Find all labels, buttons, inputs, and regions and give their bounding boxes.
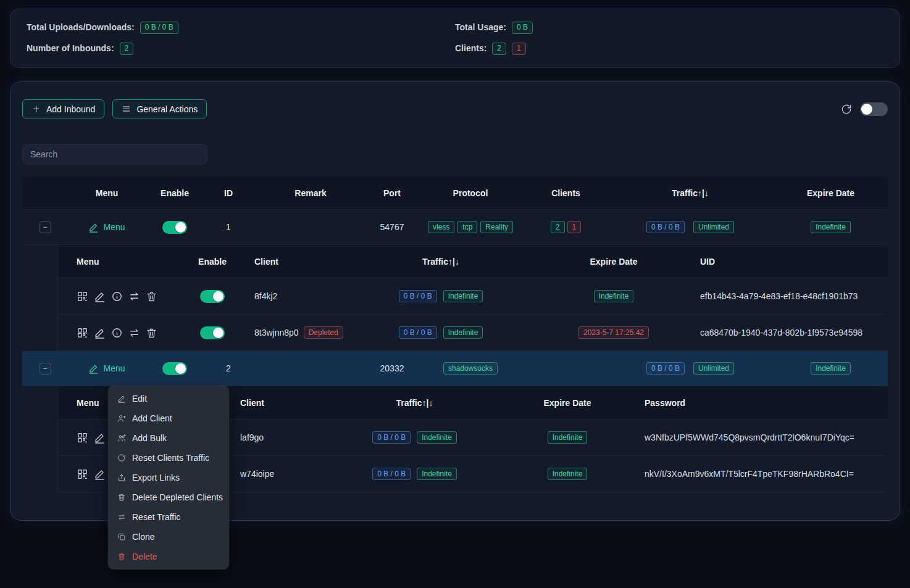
edit-pencil-icon xyxy=(88,363,99,374)
expire-badge: Indefinite xyxy=(811,362,851,375)
header-expire-date: Expire Date xyxy=(490,398,645,408)
stat-number-of-inbounds: Number of Inbounds: 2 xyxy=(27,42,455,55)
delete-trash-icon[interactable] xyxy=(146,327,157,339)
edit-pencil-icon[interactable] xyxy=(94,327,106,339)
client-traffic: 0 B / 0 B Indefinite xyxy=(339,468,490,480)
menu-item-edit[interactable]: Edit xyxy=(108,389,229,408)
qr-code-icon[interactable] xyxy=(77,468,88,480)
inbound-1-port: 54767 xyxy=(368,222,416,232)
expire-badge: Indefinite xyxy=(548,468,588,480)
edit-pencil-icon[interactable] xyxy=(94,432,106,444)
client-row-8t3wjnn8p0: 8t3wjnn8p0 Depleted 0 B / 0 B Indefinite… xyxy=(58,315,888,351)
edit-pencil-icon xyxy=(88,222,99,233)
client-expire: Indefinite xyxy=(490,431,645,444)
header-traffic[interactable]: Traffic↑|↓ xyxy=(339,398,490,408)
menu-item-label: Add Client xyxy=(132,413,172,423)
add-inbound-button[interactable]: Add Inbound xyxy=(22,99,104,118)
collapse-inbound-2-button[interactable]: − xyxy=(40,363,51,375)
inbounds-table-header: Menu Enable ID Remark Port Protocol Clie… xyxy=(22,176,888,210)
menu-item-label: Reset Clients Traffic xyxy=(132,453,209,463)
client-name: w74ioipe xyxy=(228,469,339,479)
traffic-badge: 0 B / 0 B xyxy=(399,326,437,339)
toolbar-right xyxy=(841,102,888,116)
client-name: 8f4kj2 xyxy=(243,291,354,301)
stats-left-column: Total Uploads/Downloads: 0 B / 0 B Numbe… xyxy=(27,21,455,55)
expire-badge-expired: 2023-5-7 17:25:42 xyxy=(578,326,649,339)
header-enable: Enable xyxy=(182,257,243,267)
number-of-inbounds-badge: 2 xyxy=(120,43,134,55)
client-traffic: 0 B / 0 B Indefinite xyxy=(354,290,527,302)
client-uid: ca68470b-1940-437d-802b-1f9573e94598 xyxy=(700,328,888,337)
client-traffic: 0 B / 0 B Indefinite xyxy=(354,326,527,339)
inbound-2-enable-toggle[interactable] xyxy=(162,362,187,375)
edit-pencil-icon[interactable] xyxy=(94,291,106,302)
header-enable: Enable xyxy=(146,188,204,198)
header-clients: Clients xyxy=(525,188,607,198)
inbound-1-traffic: 0 B / 0 B Unlimited xyxy=(607,221,774,233)
qr-code-icon[interactable] xyxy=(77,432,88,444)
copy-icon xyxy=(117,532,126,541)
header-traffic[interactable]: Traffic↑|↓ xyxy=(354,257,527,267)
menu-item-label: Delete xyxy=(132,552,157,561)
client-expire: Indefinite xyxy=(527,290,700,302)
client-password: w3NfbzUPf5WWd745Q8pvsmQrdrttT2lO6knuI7Di… xyxy=(645,433,888,442)
inbound-1-expire: Indefinite xyxy=(774,221,888,233)
client-table-1-header: Menu Enable Client Traffic↑|↓ Expire Dat… xyxy=(58,245,888,278)
traffic-badge: 0 B / 0 B xyxy=(646,362,685,375)
menu-item-clone[interactable]: Clone xyxy=(108,527,229,547)
header-menu: Menu xyxy=(58,257,182,267)
traffic-badge: 0 B / 0 B xyxy=(646,221,685,233)
client-expire: 2023-5-7 17:25:42 xyxy=(527,326,700,339)
menu-item-export-links[interactable]: Export Links xyxy=(108,468,229,487)
client-enable-toggle[interactable] xyxy=(200,290,225,303)
inbound-1-menu-button[interactable]: Menu xyxy=(88,222,125,233)
menu-cell: Menu xyxy=(68,363,146,374)
client-password: nkV/I/3XoAm9v6xMT/T5lcrF4TpeTKF98rHARbRo… xyxy=(645,469,888,479)
client-enable-toggle[interactable] xyxy=(200,326,225,339)
inbound-row-2: − Menu 2 20332 shadowsocks xyxy=(22,351,888,386)
total-uploads-downloads-badge: 0 B / 0 B xyxy=(140,22,178,34)
menu-item-reset-traffic[interactable]: Reset Traffic xyxy=(108,507,229,527)
inbound-2-protocols: shadowsocks xyxy=(416,362,525,375)
general-actions-button[interactable]: General Actions xyxy=(112,99,207,118)
enable-cell xyxy=(182,290,243,303)
header-remark: Remark xyxy=(253,188,368,198)
header-traffic[interactable]: Traffic↑|↓ xyxy=(607,188,774,198)
inbound-2-menu-button[interactable]: Menu xyxy=(88,363,125,374)
header-uid: UID xyxy=(700,257,888,267)
search-input[interactable] xyxy=(22,144,207,164)
info-icon[interactable] xyxy=(111,327,123,339)
stats-right-column: Total Usage: 0 B Clients: 2 1 xyxy=(455,21,883,55)
menu-item-delete[interactable]: Delete xyxy=(108,547,229,566)
menu-item-label: Add Bulk xyxy=(132,433,167,443)
delete-trash-icon[interactable] xyxy=(146,291,157,302)
client-uid: efb14b43-4a79-4e83-ef18-e48cf1901b73 xyxy=(700,291,888,301)
user-plus-icon xyxy=(117,414,126,423)
inbound-1-enable-toggle[interactable] xyxy=(162,221,187,234)
dark-mode-toggle[interactable] xyxy=(860,102,888,116)
inbounds-toolbar: Add Inbound General Actions xyxy=(22,99,888,118)
inbound-1-menu-label: Menu xyxy=(103,222,125,232)
inbound-context-menu: Edit Add Client Add Bulk Reset Clients T… xyxy=(108,386,229,569)
protocol-badge: shadowsocks xyxy=(443,362,498,375)
inbound-1-id: 1 xyxy=(204,222,253,232)
menu-item-add-client[interactable]: Add Client xyxy=(108,408,229,428)
qr-code-icon[interactable] xyxy=(77,327,88,339)
edit-pencil-icon[interactable] xyxy=(94,468,106,480)
menu-item-add-bulk[interactable]: Add Bulk xyxy=(108,428,229,448)
menu-item-delete-depleted-clients[interactable]: Delete Depleted Clients xyxy=(108,487,229,507)
qr-code-icon[interactable] xyxy=(77,291,88,302)
refresh-icon[interactable] xyxy=(841,104,852,115)
reset-traffic-icon[interactable] xyxy=(128,291,140,302)
swap-icon xyxy=(117,513,126,521)
info-icon[interactable] xyxy=(111,291,123,302)
inbound-row-1: − Menu 1 54767 vless tcp Reality xyxy=(22,210,888,245)
inbound-2-port: 20332 xyxy=(368,363,416,373)
traffic-badge: 0 B / 0 B xyxy=(372,431,411,444)
menu-item-label: Clone xyxy=(132,532,155,542)
reset-traffic-icon[interactable] xyxy=(128,327,140,339)
menu-item-reset-clients-traffic[interactable]: Reset Clients Traffic xyxy=(108,448,229,468)
collapse-inbound-1-button[interactable]: − xyxy=(40,222,51,233)
menu-cell: Menu xyxy=(68,222,146,233)
header-expire-date: Expire Date xyxy=(527,257,700,267)
